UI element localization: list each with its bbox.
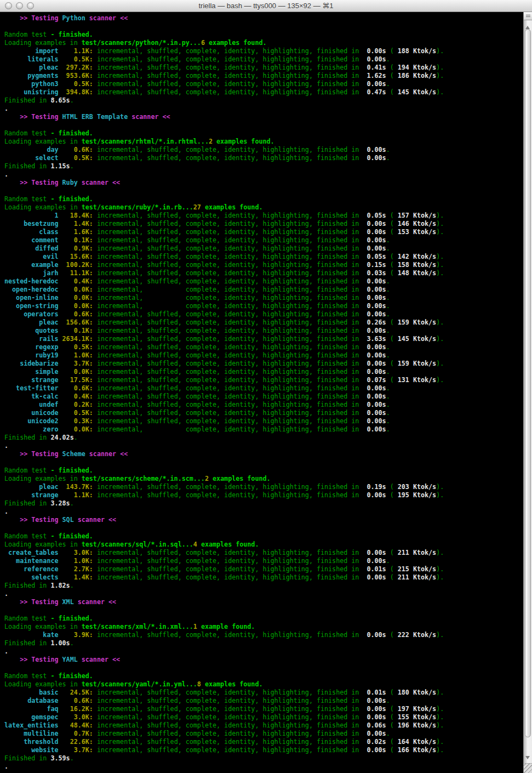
rate-open: ( <box>386 319 398 326</box>
example-time: 0.00s <box>367 713 386 721</box>
example-row: sidebarize 3.7K: incremental, shuffled, … <box>4 360 523 368</box>
example-size: 0.6K: <box>59 310 93 318</box>
example-rate: 197 Ktok/s <box>398 705 436 713</box>
example-segments: incremental, shuffled, complete, identit… <box>93 47 367 55</box>
example-row: unistring 394.8K: incremental, shuffled,… <box>4 88 523 96</box>
example-size: 48.4K: <box>59 721 93 729</box>
example-segments: incremental, shuffled, complete, identit… <box>93 557 367 565</box>
example-row: day 0.6K: incremental, shuffled, complet… <box>4 146 523 154</box>
rate-close: ). <box>436 220 444 228</box>
example-name: diffed <box>4 245 59 252</box>
example-size: 22.6K: <box>59 738 93 746</box>
row-period: . <box>386 146 390 154</box>
example-row: pleac 143.7K: incremental, shuffled, com… <box>4 483 523 491</box>
example-size: 3.7K: <box>59 746 93 754</box>
example-name: strange <box>4 376 59 384</box>
examples-count: 1 <box>193 623 197 630</box>
finished-line: Finished in 3.59s. <box>4 754 523 763</box>
example-segments: incremental, shuffled, complete, identit… <box>93 409 367 417</box>
example-rate: 164 Ktok/s <box>398 738 436 746</box>
random-test-line: Random test - finished. <box>4 31 523 39</box>
example-name: quotes <box>4 327 59 334</box>
rate-close: ). <box>436 746 444 754</box>
rate-close: ). <box>436 565 444 573</box>
example-time: 0.00s <box>367 245 386 252</box>
example-name: besetzung <box>4 220 59 228</box>
rate-open: ( <box>386 376 398 384</box>
rate-open: ( <box>386 72 398 79</box>
finished-line: Finished in 1.00s. <box>4 639 523 647</box>
example-time: 0.00s <box>367 236 386 244</box>
rate-close: ). <box>436 631 444 639</box>
example-row: strange 17.5K: incremental, shuffled, co… <box>4 376 523 384</box>
progress-dot: . <box>4 508 8 515</box>
row-period: . <box>386 327 390 334</box>
rate-close: ). <box>436 549 444 556</box>
loading-label: Loading examples in <box>4 541 82 548</box>
row-period: . <box>386 351 390 359</box>
finished-period: . <box>70 582 74 589</box>
example-rate: 131 Ktok/s <box>398 376 436 384</box>
row-period: . <box>386 55 390 63</box>
loading-line: Loading examples in test/scanners/sql/*.… <box>4 541 523 549</box>
minimize-button[interactable] <box>16 2 23 9</box>
section-header: >> Testing YAML scanner << <box>4 656 523 664</box>
example-row: besetzung 1.4K: incremental, shuffled, c… <box>4 220 523 228</box>
example-time: 0.00s <box>367 393 386 400</box>
example-row: test-fitter 0.6K: incremental, shuffled,… <box>4 384 523 393</box>
example-time: 0.19s <box>367 483 386 491</box>
example-name: operators <box>4 310 59 318</box>
resize-grip-icon[interactable] <box>524 763 532 773</box>
finished-line: Finished in 1.15s. <box>4 162 523 170</box>
example-size: 1.0K: <box>59 351 93 359</box>
example-segments: incremental, shuffled, complete, identit… <box>93 713 367 721</box>
example-size: 17.5K: <box>59 376 93 384</box>
example-segments: incremental, shuffled, complete, identit… <box>93 269 367 277</box>
rate-close: ). <box>436 705 444 713</box>
example-row: faq 16.2K: incremental, shuffled, comple… <box>4 705 523 713</box>
example-segments: incremental, shuffled, complete, identit… <box>93 393 367 400</box>
random-test-status: - finished. <box>50 31 93 38</box>
scanner-name: HTML ERB Template <box>62 113 128 121</box>
examples-count: 2 <box>205 475 209 482</box>
example-time: 0.00s <box>367 697 386 704</box>
example-name: evil <box>4 253 59 260</box>
example-row: maintenance 1.0K: incremental, shuffled,… <box>4 557 523 565</box>
random-test-line: Random test - finished. <box>4 532 523 541</box>
random-test-line: Random test - finished. <box>4 129 523 138</box>
progress-dot: . <box>4 170 8 178</box>
split-pane-icon[interactable] <box>524 12 532 20</box>
example-rate: 142 Ktok/s <box>398 253 436 260</box>
example-rate: 153 Ktok/s <box>398 228 436 236</box>
rate-open: ( <box>386 360 398 367</box>
scroll-down-arrow-icon[interactable] <box>525 756 530 759</box>
loading-line: Loading examples in test/scanners/ruby/*… <box>4 203 523 212</box>
example-segments: incremental, shuffled, complete, identit… <box>93 730 367 737</box>
scrollbar-thumb[interactable] <box>525 29 531 737</box>
dot-line: . <box>4 442 523 450</box>
examples-count: 8 <box>197 680 201 688</box>
example-time: 0.00s <box>367 730 386 737</box>
example-segments: incremental, shuffled, complete, identit… <box>93 401 367 408</box>
example-name: create_tables <box>4 549 59 556</box>
example-size: 0.6K: <box>59 146 93 154</box>
loading-label: Loading examples in <box>4 475 82 482</box>
close-button[interactable] <box>5 2 12 9</box>
random-test-status: - finished. <box>50 195 93 203</box>
example-segments: incremental, shuffled, complete, identit… <box>93 417 367 425</box>
progress-dot: . <box>4 442 8 450</box>
loading-line: Loading examples in test/scanners/scheme… <box>4 475 523 483</box>
random-test-line: Random test - finished. <box>4 195 523 203</box>
row-period: . <box>386 557 390 565</box>
example-rate: 186 Ktok/s <box>398 72 436 79</box>
loading-line: Loading examples in test/scanners/python… <box>4 39 523 47</box>
rate-close: ). <box>436 64 444 71</box>
row-period: . <box>386 343 390 351</box>
example-name: python3 <box>4 80 59 88</box>
examples-path: test/scanners/rhtml/*.in.rhtml... <box>82 138 209 145</box>
scrollbar[interactable] <box>523 12 532 773</box>
example-row: tk-calc 0.4K: incremental, shuffled, com… <box>4 393 523 401</box>
scanner-name: SQL <box>62 516 74 524</box>
example-size: 0.0K: <box>59 368 93 376</box>
example-rate: 211 Ktok/s <box>398 549 436 556</box>
